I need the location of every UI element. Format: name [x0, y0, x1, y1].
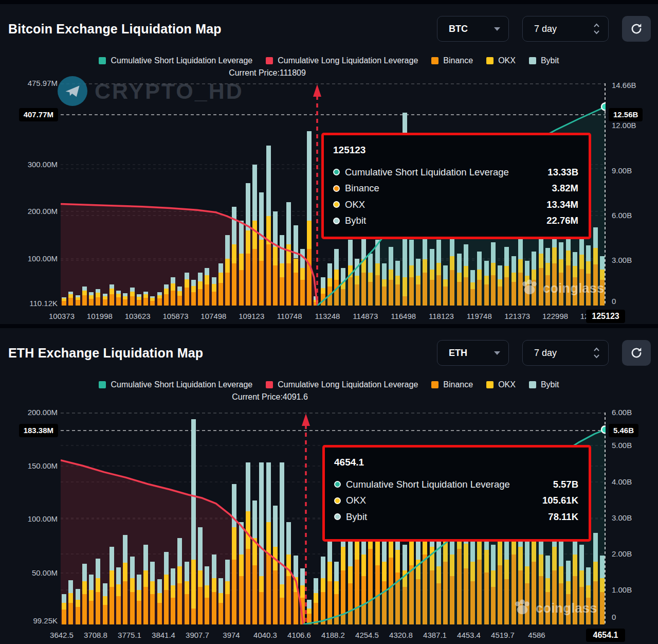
liquidation-bar-segment	[382, 562, 387, 581]
legend-swatch-icon	[431, 57, 438, 64]
liquidation-bar-segment	[259, 261, 264, 306]
y-axis-tick-label: 0	[612, 613, 616, 622]
y-axis-tick-label: 110.12K	[0, 299, 58, 308]
symbol-select[interactable]: BTC	[437, 16, 509, 42]
liquidation-bar-segment	[68, 580, 73, 593]
liquidation-bar-segment	[246, 230, 250, 254]
liquidation-bar-segment	[239, 270, 244, 306]
liquidation-bar-segment	[82, 287, 87, 290]
liquidation-bar-segment	[259, 192, 264, 240]
liquidation-bar-segment	[164, 552, 169, 575]
liquidation-bar-segment	[198, 289, 203, 306]
liquidation-bar-segment	[205, 275, 209, 284]
eth-chart-zone[interactable]: 200.00M150.00M100.00M50.00M99.25K6.00B5.…	[0, 413, 658, 644]
last-point-marker	[601, 426, 606, 433]
liquidation-bar-segment	[266, 244, 271, 306]
tooltip: 4654.1Cumulative Short Liquidation Lever…	[322, 445, 591, 542]
legend-item[interactable]: Cumulative Short Liquidation Leverage	[99, 56, 252, 65]
liquidation-bar-segment	[334, 581, 339, 594]
liquidation-bar-segment	[185, 594, 189, 624]
liquidation-bar-segment	[171, 598, 175, 625]
tooltip-series-label: Binance	[345, 183, 379, 194]
liquidation-bar-segment	[137, 601, 141, 624]
liquidation-bar-segment	[266, 522, 271, 554]
legend-item[interactable]: Binance	[431, 56, 473, 65]
x-axis-tick-label: 122998	[542, 312, 568, 321]
liquidation-bar-segment	[286, 202, 291, 244]
liquidation-bar-segment	[76, 607, 80, 624]
legend-item-label: Binance	[443, 56, 473, 65]
liquidation-bar-segment	[327, 263, 332, 278]
legend-item[interactable]: OKX	[486, 56, 516, 65]
timeframe-select[interactable]: 7 day	[522, 16, 609, 42]
legend-item-label: OKX	[498, 56, 516, 65]
legend-item[interactable]: Cumulative Long Liquidation Leverage	[266, 380, 418, 389]
liquidation-bar-segment	[116, 584, 121, 596]
liquidation-bar-segment	[62, 594, 66, 603]
liquidation-bar-segment	[103, 296, 107, 299]
liquidation-bar-segment	[96, 297, 100, 306]
x-axis-tick-label: 4453.4	[457, 631, 481, 640]
symbol-select-value: BTC	[449, 24, 468, 34]
liquidation-bar-segment	[171, 283, 175, 291]
liquidation-bar-segment	[205, 268, 209, 275]
eth-controls: ETH 7 day	[437, 340, 651, 366]
liquidation-bar-segment	[76, 295, 80, 297]
legend-item[interactable]: Cumulative Short Liquidation Leverage	[99, 380, 252, 389]
liquidation-bar-segment	[116, 567, 121, 585]
liquidation-bar-segment	[76, 300, 80, 306]
liquidation-bar-segment	[171, 585, 175, 597]
liquidation-bar-segment	[300, 268, 305, 280]
liquidation-bar-segment	[150, 562, 155, 581]
liquidation-bar-segment	[212, 578, 216, 592]
liquidation-bar-segment	[273, 506, 278, 547]
liquidation-bar-segment	[116, 297, 121, 306]
legend-item[interactable]: OKX	[486, 380, 516, 389]
liquidation-bar-segment	[300, 280, 305, 306]
liquidation-bar-segment	[150, 581, 155, 594]
x-axis-crosshair-label: 4654.1	[586, 629, 625, 642]
last-point-marker	[601, 103, 606, 110]
liquidation-bar-segment	[62, 298, 66, 301]
liquidation-bar-segment	[150, 301, 155, 306]
liquidation-bar-segment	[164, 575, 169, 589]
liquidation-bar-segment	[157, 295, 162, 298]
x-axis-tick-label: 4254.5	[355, 631, 379, 640]
btc-chart-zone[interactable]: 475.97M300.00M200.00M100.00M110.12K14.66…	[0, 83, 658, 321]
legend-item[interactable]: Cumulative Long Liquidation Leverage	[266, 56, 418, 65]
liquidation-bar-segment	[191, 286, 196, 293]
liquidation-bar-segment	[218, 263, 223, 273]
liquidation-bar-segment	[171, 277, 175, 283]
legend-item[interactable]: Bybit	[529, 380, 559, 389]
refresh-button[interactable]	[622, 16, 651, 42]
liquidation-bar-segment	[286, 244, 291, 263]
legend-swatch-icon	[99, 57, 106, 64]
liquidation-bar-segment	[205, 284, 209, 306]
liquidation-bar-segment	[334, 562, 339, 581]
tooltip-series-label: OKX	[345, 199, 365, 210]
btc-panel-header: Bitcoin Exchange Liquidation Map BTC 7 d…	[8, 16, 651, 42]
liquidation-bar-segment	[130, 288, 135, 291]
legend-swatch-icon	[529, 57, 536, 64]
refresh-button[interactable]	[622, 340, 651, 366]
legend-item[interactable]: Binance	[431, 380, 473, 389]
liquidation-bar-segment	[157, 593, 162, 603]
y-axis-tick-label: 200.00M	[0, 408, 58, 417]
liquidation-bar-segment	[123, 299, 127, 306]
btc-panel: Bitcoin Exchange Liquidation Map BTC 7 d…	[0, 4, 658, 324]
legend-item[interactable]: Bybit	[529, 56, 559, 65]
tooltip-series-value: 105.61K	[542, 495, 578, 506]
liquidation-bar-segment	[403, 545, 407, 570]
symbol-select[interactable]: ETH	[437, 340, 509, 366]
liquidation-bar-segment	[164, 590, 169, 624]
legend-swatch-icon	[99, 381, 106, 388]
liquidation-bar-segment	[239, 576, 244, 625]
liquidation-bar-segment	[252, 165, 257, 221]
liquidation-bar-segment	[205, 598, 209, 625]
liquidation-bar-segment	[232, 560, 236, 624]
liquidation-bar-segment	[218, 273, 223, 283]
liquidation-bar-segment	[198, 527, 203, 570]
liquidation-bar-segment	[191, 609, 196, 625]
timeframe-select[interactable]: 7 day	[522, 340, 609, 366]
liquidation-bar-segment	[89, 575, 94, 589]
